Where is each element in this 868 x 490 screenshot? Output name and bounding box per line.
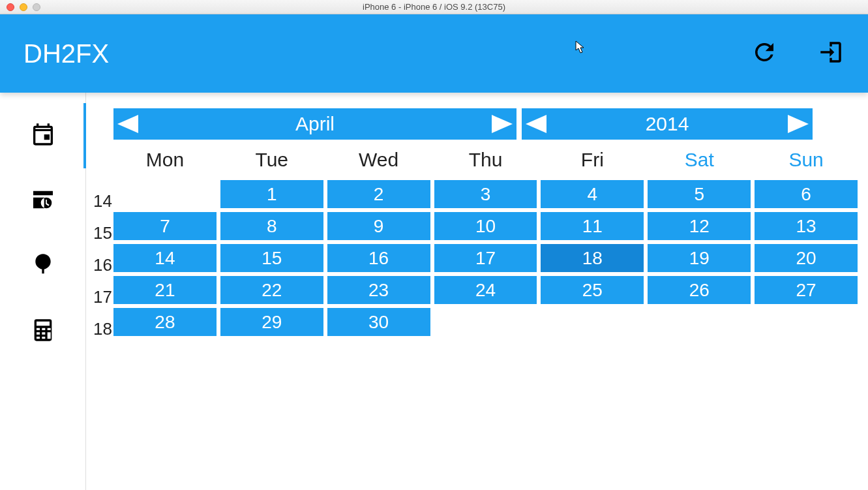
week-number: 14 — [91, 185, 113, 217]
day-header: Wed — [327, 149, 430, 171]
sidebar — [0, 93, 86, 490]
day-header: Thu — [434, 149, 537, 171]
refresh-icon — [751, 57, 778, 68]
week-number-column: 1415161718 — [91, 108, 113, 490]
day-cell[interactable]: 21 — [113, 276, 217, 304]
day-cell[interactable]: 27 — [755, 276, 858, 304]
day-cell[interactable]: 2 — [327, 180, 430, 208]
day-cell[interactable]: 24 — [434, 276, 537, 304]
month-label: April — [295, 113, 335, 135]
app-title: DH2FX — [23, 39, 109, 69]
day-cell[interactable]: 11 — [541, 212, 644, 240]
day-cell[interactable]: 14 — [113, 244, 217, 272]
day-cell[interactable]: 10 — [434, 212, 537, 240]
month-selector: April — [113, 108, 516, 140]
exit-button[interactable] — [817, 38, 845, 69]
empty-day — [113, 180, 217, 208]
sidebar-item-schedule[interactable] — [0, 168, 85, 234]
day-cell[interactable]: 1 — [220, 180, 323, 208]
day-cell[interactable]: 6 — [755, 180, 858, 208]
year-label: 2014 — [646, 113, 689, 135]
day-cell[interactable]: 25 — [541, 276, 644, 304]
day-cell[interactable]: 8 — [220, 212, 323, 240]
calendar-icon — [30, 121, 56, 150]
day-cell[interactable]: 17 — [434, 244, 537, 272]
day-cell[interactable]: 16 — [327, 244, 430, 272]
day-cell[interactable]: 13 — [755, 212, 858, 240]
day-cell[interactable]: 18 — [541, 244, 644, 272]
tree-icon — [30, 252, 56, 281]
sidebar-item-tree[interactable] — [0, 234, 85, 299]
day-header: Sun — [755, 149, 858, 171]
day-cell[interactable]: 28 — [113, 308, 217, 336]
week-number: 15 — [91, 217, 113, 249]
day-cell[interactable]: 29 — [220, 308, 323, 336]
window-titlebar: iPhone 6 - iPhone 6 / iOS 9.2 (13C75) — [0, 0, 868, 14]
day-cell[interactable]: 3 — [434, 180, 537, 208]
calculator-icon — [30, 317, 56, 346]
day-headers-row: MonTueWedThuFriSatSun — [113, 149, 858, 171]
sidebar-item-calendar[interactable] — [0, 103, 85, 168]
day-cell[interactable]: 26 — [648, 276, 751, 304]
week-number: 16 — [91, 249, 113, 281]
schedule-icon — [30, 187, 56, 215]
day-cell[interactable]: 30 — [327, 308, 430, 336]
day-header: Tue — [220, 149, 323, 171]
sidebar-item-calculator[interactable] — [0, 299, 85, 364]
day-cell[interactable]: 15 — [220, 244, 323, 272]
day-cell[interactable]: 12 — [648, 212, 751, 240]
year-selector: 2014 — [522, 108, 813, 140]
prev-month-button[interactable] — [117, 115, 138, 133]
calendar-grid: 1234567891011121314151617181920212223242… — [113, 180, 858, 336]
prev-year-button[interactable] — [526, 115, 546, 133]
exit-icon — [817, 57, 845, 68]
next-month-button[interactable] — [492, 115, 513, 133]
day-cell[interactable]: 9 — [327, 212, 430, 240]
day-cell[interactable]: 4 — [541, 180, 644, 208]
day-cell[interactable]: 20 — [755, 244, 858, 272]
day-header: Sat — [648, 149, 751, 171]
refresh-button[interactable] — [751, 38, 778, 69]
day-header: Mon — [113, 149, 217, 171]
day-header: Fri — [541, 149, 644, 171]
day-cell[interactable]: 5 — [648, 180, 751, 208]
app-header: DH2FX — [0, 14, 868, 93]
day-cell[interactable]: 23 — [327, 276, 430, 304]
day-cell[interactable]: 7 — [113, 212, 217, 240]
week-number: 17 — [91, 281, 113, 313]
next-year-button[interactable] — [788, 115, 809, 133]
day-cell[interactable]: 19 — [648, 244, 751, 272]
day-cell[interactable]: 22 — [220, 276, 323, 304]
week-number: 18 — [91, 313, 113, 345]
window-title: iPhone 6 - iPhone 6 / iOS 9.2 (13C75) — [0, 2, 868, 12]
